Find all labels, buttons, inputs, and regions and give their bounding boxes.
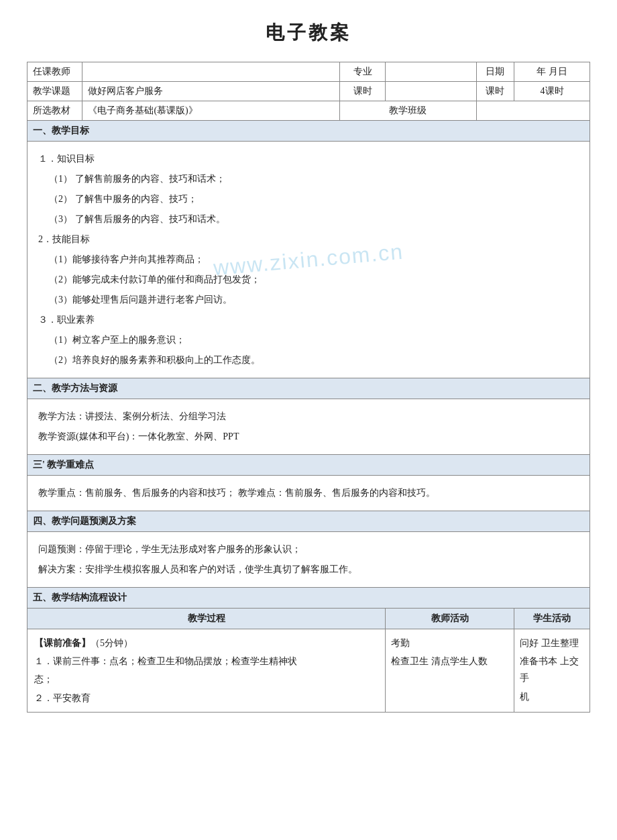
col-student-activity: 学生活动 bbox=[514, 609, 590, 629]
section3-title: 三' 教学重难点 bbox=[27, 455, 590, 476]
section2-title: 二、教学方法与资源 bbox=[27, 378, 590, 399]
student-activity-cell: 问好 卫生整理 准备书本 上交手 机 bbox=[514, 629, 590, 713]
section5-title: 五、教学结构流程设计 bbox=[27, 588, 590, 609]
label-major: 专业 bbox=[340, 62, 386, 82]
section4-content: 问题预测：停留于理论，学生无法形成对客户服务的形象认识； 解决方案：安排学生模拟… bbox=[27, 532, 590, 588]
value-textbook: 《电子商务基础(慕课版)》 bbox=[82, 101, 340, 121]
label-textbook: 所选教材 bbox=[27, 101, 82, 121]
label-subject: 教学课题 bbox=[27, 82, 82, 101]
value-teacher bbox=[82, 62, 340, 82]
value-class bbox=[476, 101, 590, 121]
col-process: 教学过程 bbox=[27, 609, 386, 629]
label-class: 教学班级 bbox=[340, 101, 476, 121]
label-date: 日期 bbox=[476, 62, 514, 82]
section2-content: 教学方法：讲授法、案例分析法、分组学习法 教学资源(媒体和平台)：一体化教室、外… bbox=[27, 399, 590, 455]
section1-content: www.zixin.com.cn １．知识目标 （1） 了解售前服务的内容、技巧… bbox=[27, 142, 590, 378]
process-cell: 【课前准备】（5分钟） １．课前三件事：点名；检查卫生和物品摆放；检查学生精神状… bbox=[27, 629, 386, 713]
page-title: 电子教案 bbox=[27, 20, 590, 46]
value-classtime: 4课时 bbox=[514, 82, 590, 101]
label-teacher: 任课教师 bbox=[27, 62, 82, 82]
label-classtime: 课时 bbox=[476, 82, 514, 101]
teacher-activity-cell: 考勤 检查卫生 清点学生人数 bbox=[386, 629, 514, 713]
col-teacher-activity: 教师活动 bbox=[386, 609, 514, 629]
value-major bbox=[386, 62, 477, 82]
section1-title: 一、教学目标 bbox=[27, 121, 590, 142]
value-date: 年 月日 bbox=[514, 62, 590, 82]
section4-title: 四、教学问题预测及方案 bbox=[27, 511, 590, 532]
section3-content: 教学重点：售前服务、售后服务的内容和技巧； 教学难点：售前服务、售后服务的内容和… bbox=[27, 476, 590, 511]
value-subject: 做好网店客户服务 bbox=[82, 82, 340, 101]
label-hours: 课时 bbox=[340, 82, 386, 101]
value-hours bbox=[386, 82, 477, 101]
